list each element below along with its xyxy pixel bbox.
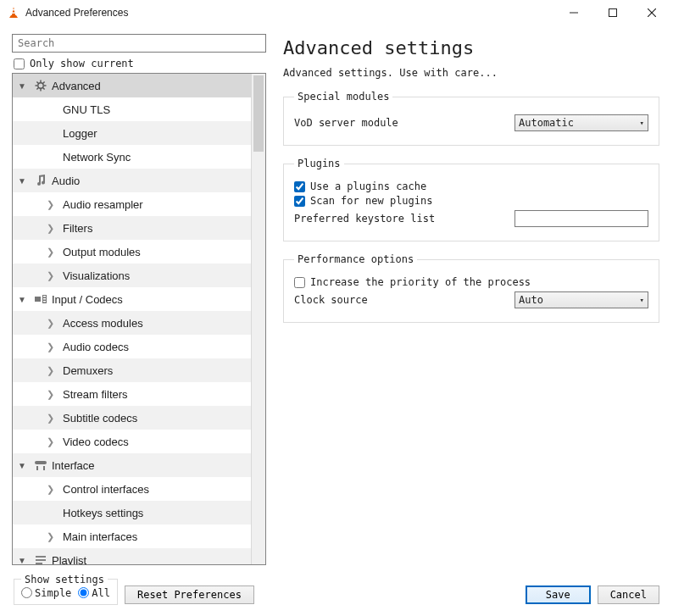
svg-rect-19 — [43, 301, 46, 302]
chevron-right-icon: ❯ — [47, 389, 54, 400]
svg-rect-3 — [609, 8, 617, 16]
chevron-down-icon: ▼ — [13, 176, 31, 186]
all-radio[interactable] — [78, 587, 89, 598]
footer: Show settings Simple All Reset Preferenc… — [0, 574, 673, 616]
input-codecs-icon — [31, 292, 50, 306]
tree-item-gnu-tls[interactable]: ❯GNU TLS — [13, 97, 251, 121]
chevron-right-icon: ❯ — [47, 436, 54, 447]
tree-item-hotkeys-settings[interactable]: ❯Hotkeys settings — [13, 501, 251, 524]
tree-item-main-interfaces[interactable]: ❯Main interfaces — [13, 524, 251, 548]
tree-item-audio-codecs[interactable]: ❯Audio codecs — [13, 335, 251, 358]
svg-line-11 — [36, 81, 38, 83]
reset-preferences-button[interactable]: Reset Preferences — [125, 585, 254, 604]
chevron-down-icon: ▼ — [13, 461, 31, 470]
tree-view: ▼ Advanced ❯GNU TLS ❯Logger ❯Network Syn… — [12, 73, 266, 565]
svg-rect-21 — [36, 466, 38, 470]
tree-item-video-codecs[interactable]: ❯Video codecs — [13, 430, 251, 453]
tree-item-filters[interactable]: ❯Filters — [13, 216, 251, 240]
svg-rect-20 — [35, 461, 47, 464]
gear-icon — [31, 79, 50, 92]
app-icon — [7, 6, 20, 19]
tree-item-audio-resampler[interactable]: ❯Audio resampler — [13, 192, 251, 216]
dropdown-arrow-icon: ▾ — [640, 119, 644, 127]
tree-item-playlist[interactable]: ▼ Playlist — [13, 548, 251, 564]
use-plugins-cache-row[interactable]: Use a plugins cache — [294, 180, 648, 192]
save-button[interactable]: Save — [526, 585, 591, 604]
tree-item-demuxers[interactable]: ❯Demuxers — [13, 358, 251, 382]
increase-priority-row[interactable]: Increase the priority of the process — [294, 276, 648, 288]
chevron-right-icon: ❯ — [47, 270, 54, 281]
tree-item-control-interfaces[interactable]: ❯Control interfaces — [13, 477, 251, 501]
clock-source-select[interactable]: Auto ▾ — [514, 291, 648, 308]
vod-server-label: VoD server module — [294, 117, 498, 129]
tree-item-logger[interactable]: ❯Logger — [13, 121, 251, 145]
maximize-button[interactable] — [593, 0, 632, 25]
tree-item-subtitle-codecs[interactable]: ❯Subtitle codecs — [13, 406, 251, 430]
close-icon — [648, 8, 656, 17]
keystore-input[interactable] — [514, 210, 648, 227]
increase-priority-checkbox[interactable] — [294, 277, 305, 288]
svg-rect-15 — [35, 297, 41, 302]
minimize-button[interactable] — [554, 0, 593, 25]
scan-new-plugins-row[interactable]: Scan for new plugins — [294, 195, 648, 207]
scrollbar[interactable] — [251, 74, 265, 564]
scan-new-plugins-checkbox[interactable] — [294, 196, 305, 207]
all-radio-row[interactable]: All — [78, 587, 110, 599]
svg-rect-1 — [12, 12, 16, 13]
tree-item-input-codecs[interactable]: ▼ Input / Codecs — [13, 287, 251, 311]
chevron-right-icon: ❯ — [47, 318, 54, 329]
scan-new-plugins-label: Scan for new plugins — [310, 195, 433, 207]
use-plugins-cache-checkbox[interactable] — [294, 181, 305, 192]
tree-item-audio[interactable]: ▼ Audio — [13, 169, 251, 192]
chevron-right-icon: ❯ — [47, 247, 54, 258]
vod-server-select[interactable]: Automatic ▾ — [514, 114, 648, 131]
tree-item-stream-filters[interactable]: ❯Stream filters — [13, 382, 251, 406]
plugins-group: Plugins Use a plugins cache Scan for new… — [283, 158, 659, 241]
only-show-current-checkbox[interactable] — [14, 58, 25, 69]
special-modules-group: Special modules VoD server module Automa… — [283, 91, 659, 146]
vlc-cone-icon — [7, 6, 20, 19]
only-show-current-row[interactable]: Only show current — [12, 58, 266, 69]
svg-line-14 — [36, 88, 38, 90]
dropdown-arrow-icon: ▾ — [640, 296, 644, 304]
tree-item-visualizations[interactable]: ❯Visualizations — [13, 264, 251, 287]
tree-item-network-sync[interactable]: ❯Network Sync — [13, 145, 251, 169]
chevron-right-icon: ❯ — [47, 531, 54, 542]
maximize-icon — [609, 8, 617, 17]
search-input[interactable] — [12, 34, 266, 53]
vod-server-value: Automatic — [519, 117, 574, 129]
titlebar: Advanced Preferences — [0, 0, 673, 25]
use-plugins-cache-label: Use a plugins cache — [310, 180, 426, 192]
playlist-icon — [31, 553, 50, 564]
svg-point-6 — [38, 83, 43, 88]
window-title: Advanced Preferences — [25, 7, 128, 19]
plugins-legend: Plugins — [294, 158, 344, 169]
show-settings-group: Show settings Simple All — [14, 574, 118, 605]
minimize-icon — [570, 8, 578, 17]
chevron-right-icon: ❯ — [47, 365, 54, 376]
chevron-right-icon: ❯ — [47, 223, 54, 234]
show-settings-legend: Show settings — [21, 574, 108, 585]
tree-item-access-modules[interactable]: ❯Access modules — [13, 311, 251, 335]
simple-radio[interactable] — [21, 587, 32, 598]
tree-item-advanced[interactable]: ▼ Advanced — [13, 74, 251, 97]
performance-group: Performance options Increase the priorit… — [283, 253, 659, 323]
tree-item-output-modules[interactable]: ❯Output modules — [13, 240, 251, 264]
tree-label: Advanced — [50, 80, 101, 92]
chevron-down-icon: ▼ — [13, 556, 31, 565]
tree-item-interface[interactable]: ▼ Interface — [13, 453, 251, 477]
interface-icon — [31, 458, 50, 472]
simple-radio-row[interactable]: Simple — [21, 587, 71, 599]
chevron-right-icon: ❯ — [47, 199, 54, 210]
chevron-right-icon: ❯ — [47, 484, 54, 495]
cancel-button[interactable]: Cancel — [598, 585, 659, 604]
right-panel: Advanced settings Advanced settings. Use… — [271, 25, 673, 574]
page-subtitle: Advanced settings. Use with care... — [283, 67, 659, 79]
close-button[interactable] — [632, 0, 671, 25]
svg-rect-22 — [43, 466, 45, 470]
clock-source-label: Clock source — [294, 294, 498, 306]
svg-rect-18 — [43, 298, 46, 300]
keystore-label: Preferred keystore list — [294, 213, 498, 225]
chevron-down-icon: ▼ — [13, 81, 31, 91]
scrollbar-thumb[interactable] — [253, 75, 264, 152]
